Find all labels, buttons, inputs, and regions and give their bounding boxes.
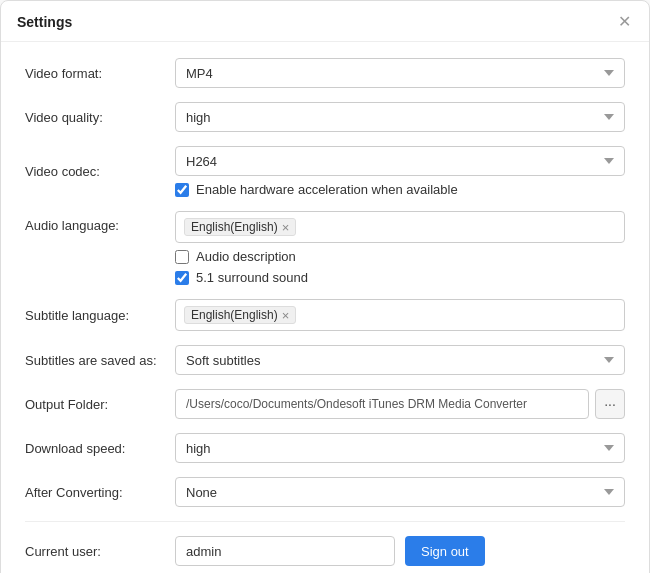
surround-sound-label[interactable]: 5.1 surround sound	[196, 270, 308, 285]
audio-description-row: Audio description	[175, 249, 625, 264]
audio-language-label: Audio language:	[25, 211, 175, 233]
subtitles-saved-select[interactable]: Soft subtitles Hard subtitles External s…	[175, 345, 625, 375]
section-divider	[25, 521, 625, 522]
after-converting-label: After Converting:	[25, 485, 175, 500]
hardware-accel-row: Enable hardware acceleration when availa…	[175, 182, 625, 197]
output-folder-input[interactable]	[175, 389, 589, 419]
subtitle-language-tag-value: English(English)	[191, 308, 278, 322]
subtitle-language-field: English(English) ×	[175, 299, 625, 331]
subtitle-language-tag-input[interactable]: English(English) ×	[175, 299, 625, 331]
output-folder-field: ···	[175, 389, 625, 419]
download-speed-field: high medium low	[175, 433, 625, 463]
video-codec-field: H264 H265 MPEG4 Enable hardware accelera…	[175, 146, 625, 197]
hardware-accel-checkbox[interactable]	[175, 183, 189, 197]
surround-sound-checkbox[interactable]	[175, 271, 189, 285]
video-codec-label: Video codec:	[25, 164, 175, 179]
hardware-accel-label[interactable]: Enable hardware acceleration when availa…	[196, 182, 458, 197]
audio-language-field: English(English) × Audio description 5.1…	[175, 211, 625, 285]
audio-language-tag-input[interactable]: English(English) ×	[175, 211, 625, 243]
download-speed-label: Download speed:	[25, 441, 175, 456]
video-quality-field: high medium low	[175, 102, 625, 132]
surround-sound-row: 5.1 surround sound	[175, 270, 625, 285]
after-converting-select[interactable]: None Open folder Shutdown	[175, 477, 625, 507]
close-button[interactable]: ✕	[615, 13, 633, 31]
current-user-field: Sign out	[175, 536, 625, 566]
sign-out-button[interactable]: Sign out	[405, 536, 485, 566]
video-format-select[interactable]: MP4 MOV AVI MKV	[175, 58, 625, 88]
close-icon: ✕	[618, 14, 631, 30]
video-format-label: Video format:	[25, 66, 175, 81]
title-bar: Settings ✕	[1, 1, 649, 42]
window-title: Settings	[17, 14, 72, 30]
after-converting-field: None Open folder Shutdown	[175, 477, 625, 507]
audio-language-tag: English(English) ×	[184, 218, 296, 236]
settings-content: Video format: MP4 MOV AVI MKV Video qual…	[1, 42, 649, 573]
audio-description-label[interactable]: Audio description	[196, 249, 296, 264]
subtitles-saved-field: Soft subtitles Hard subtitles External s…	[175, 345, 625, 375]
audio-language-tag-remove[interactable]: ×	[282, 221, 290, 234]
output-folder-row: Output Folder: ···	[25, 389, 625, 419]
download-speed-select[interactable]: high medium low	[175, 433, 625, 463]
video-quality-row: Video quality: high medium low	[25, 102, 625, 132]
video-format-field: MP4 MOV AVI MKV	[175, 58, 625, 88]
subtitles-saved-row: Subtitles are saved as: Soft subtitles H…	[25, 345, 625, 375]
current-user-row: Current user: Sign out	[25, 536, 625, 566]
audio-language-tag-value: English(English)	[191, 220, 278, 234]
audio-description-checkbox[interactable]	[175, 250, 189, 264]
download-speed-row: Download speed: high medium low	[25, 433, 625, 463]
current-user-input[interactable]	[175, 536, 395, 566]
after-converting-row: After Converting: None Open folder Shutd…	[25, 477, 625, 507]
browse-folder-icon: ···	[604, 396, 616, 412]
video-format-row: Video format: MP4 MOV AVI MKV	[25, 58, 625, 88]
video-quality-select[interactable]: high medium low	[175, 102, 625, 132]
current-user-label: Current user:	[25, 544, 175, 559]
sign-out-row: Sign out	[175, 536, 625, 566]
subtitle-language-row: Subtitle language: English(English) ×	[25, 299, 625, 331]
subtitle-language-tag-remove[interactable]: ×	[282, 309, 290, 322]
output-folder-wrap: ···	[175, 389, 625, 419]
subtitle-language-tag: English(English) ×	[184, 306, 296, 324]
video-codec-select[interactable]: H264 H265 MPEG4	[175, 146, 625, 176]
video-quality-label: Video quality:	[25, 110, 175, 125]
output-folder-label: Output Folder:	[25, 397, 175, 412]
browse-folder-button[interactable]: ···	[595, 389, 625, 419]
audio-language-row: Audio language: English(English) × Audio…	[25, 211, 625, 285]
settings-window: Settings ✕ Video format: MP4 MOV AVI MKV…	[0, 0, 650, 573]
subtitle-language-label: Subtitle language:	[25, 308, 175, 323]
video-codec-row: Video codec: H264 H265 MPEG4 Enable hard…	[25, 146, 625, 197]
subtitles-saved-label: Subtitles are saved as:	[25, 353, 175, 368]
